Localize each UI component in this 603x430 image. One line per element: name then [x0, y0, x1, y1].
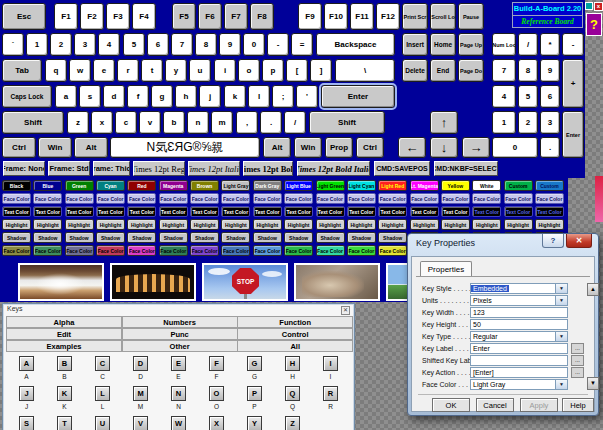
palette-face2-4[interactable]: Face Color: [127, 245, 156, 256]
key-6-22[interactable]: 6: [147, 33, 169, 56]
key-f5-5[interactable]: F5: [172, 3, 196, 30]
key-sym-86[interactable]: ↑: [430, 111, 458, 134]
key-alt-93[interactable]: Alt: [74, 137, 108, 158]
letter-button-u[interactable]: U: [95, 416, 110, 430]
key-f9-9[interactable]: F9: [298, 3, 322, 30]
palette-shadow-7[interactable]: Shadow: [221, 232, 250, 243]
palette-face2-5[interactable]: Face Color: [159, 245, 188, 256]
key-f6-6[interactable]: F6: [198, 3, 222, 30]
palette-text-color-12[interactable]: Text Color: [378, 206, 407, 217]
palette-text-color-7[interactable]: Text Color: [221, 206, 250, 217]
key-z-75[interactable]: z: [67, 111, 89, 134]
key-sym-16[interactable]: `: [2, 33, 24, 56]
chevron-down-icon[interactable]: ▼: [555, 284, 567, 293]
key-f1-1[interactable]: F1: [54, 3, 78, 30]
key-sym-36[interactable]: -: [562, 33, 584, 56]
key-page-up-32[interactable]: Page Up: [458, 33, 484, 56]
key-sym-50[interactable]: \: [335, 59, 395, 82]
scroll-up-button[interactable]: ▲: [587, 283, 599, 296]
more-button-7[interactable]: ...: [571, 367, 584, 378]
dialog-close-icon[interactable]: ✕: [566, 234, 592, 248]
palette-face-color-1[interactable]: Face Color: [33, 193, 62, 204]
keys-window-close-icon[interactable]: ✕: [341, 306, 350, 315]
palette-highlight-9[interactable]: Highlight: [284, 219, 313, 230]
letter-button-w[interactable]: W: [171, 416, 186, 430]
key-backspace-29[interactable]: Backspace: [316, 33, 395, 56]
palette-face-color-8[interactable]: Face Color: [253, 193, 282, 204]
palette-shadow-0[interactable]: Shadow: [2, 232, 31, 243]
key-sym-83[interactable]: .: [260, 111, 282, 134]
palette-text-color-6[interactable]: Text Color: [190, 206, 219, 217]
palette-highlight-2[interactable]: Highlight: [65, 219, 94, 230]
field-combo-8[interactable]: Light Gray▼: [470, 379, 568, 390]
key-sym-99[interactable]: ←: [398, 137, 426, 158]
thumbnail-stop-sign[interactable]: STOP: [202, 263, 288, 301]
letter-button-h[interactable]: H: [285, 356, 300, 371]
key-8-55[interactable]: 8: [518, 59, 538, 82]
palette-color-black-0[interactable]: Black: [2, 180, 31, 191]
palette-face-color-11[interactable]: Face Color: [347, 193, 376, 204]
palette-face-color-2[interactable]: Face Color: [65, 193, 94, 204]
key-8-24[interactable]: 8: [195, 33, 217, 56]
key-p-47[interactable]: p: [262, 59, 284, 82]
key-pause-15[interactable]: Pause: [458, 3, 484, 30]
thumbnail-cat[interactable]: [294, 263, 380, 301]
key-f2-2[interactable]: F2: [80, 3, 104, 30]
palette-shadow-9[interactable]: Shadow: [284, 232, 313, 243]
cancel-button[interactable]: Cancel: [476, 398, 514, 412]
palette-color-magenta-5[interactable]: Magenta: [159, 180, 188, 191]
palette-color-lt-magenta-13[interactable]: Lt. Magenta: [410, 180, 439, 191]
help-button[interactable]: Help: [562, 398, 594, 412]
palette-highlight-7[interactable]: Highlight: [221, 219, 250, 230]
palette-color-yellow-14[interactable]: Yellow: [441, 180, 470, 191]
key-sym-100[interactable]: ↓: [430, 137, 458, 158]
palette-face2-8[interactable]: Face Color: [253, 245, 282, 256]
key-c-77[interactable]: c: [115, 111, 137, 134]
key-s-60[interactable]: s: [79, 85, 101, 108]
letter-button-p[interactable]: P: [247, 386, 262, 401]
key-sym-28[interactable]: =: [291, 33, 313, 56]
key-f4-4[interactable]: F4: [132, 3, 156, 30]
ok-button[interactable]: OK: [432, 398, 470, 412]
palette-face-color-3[interactable]: Face Color: [96, 193, 125, 204]
category-control[interactable]: Control: [237, 328, 353, 340]
key-sym-49[interactable]: ]: [310, 59, 332, 82]
palette-color-dark-gray-8[interactable]: Dark Gray: [253, 180, 282, 191]
palette-text-color-2[interactable]: Text Color: [65, 206, 94, 217]
key-2-18[interactable]: 2: [50, 33, 72, 56]
letter-button-z[interactable]: Z: [285, 416, 300, 430]
key-d-61[interactable]: d: [103, 85, 125, 108]
palette-highlight-0[interactable]: Highlight: [2, 219, 31, 230]
toolbar-button-cmd-savepos[interactable]: CMD:SAVEPOS: [374, 161, 430, 176]
toolbar-button-times-12pt-bold-italic[interactable]: Times 12pt Bold Italic: [297, 161, 370, 176]
key-f12-12[interactable]: F12: [376, 3, 400, 30]
key-f3-3[interactable]: F3: [106, 3, 130, 30]
key-ctrl-91[interactable]: Ctrl: [2, 137, 36, 158]
key-j-65[interactable]: j: [199, 85, 221, 108]
key-9-56[interactable]: 9: [540, 59, 560, 82]
minimize-button[interactable]: [585, 2, 593, 10]
key-l-67[interactable]: l: [248, 85, 270, 108]
letter-button-q[interactable]: Q: [285, 386, 300, 401]
more-button-6[interactable]: ...: [571, 355, 584, 366]
toolbar-button-cmd-nkbf-select[interactable]: CMD:NKBF=SELECT: [434, 161, 498, 176]
palette-highlight-3[interactable]: Highlight: [96, 219, 125, 230]
palette-shadow-5[interactable]: Shadow: [159, 232, 188, 243]
palette-face-color-13[interactable]: Face Color: [410, 193, 439, 204]
key-4-71[interactable]: 4: [492, 85, 516, 108]
key-e-40[interactable]: e: [93, 59, 115, 82]
field-combo-0[interactable]: Embedded▼: [470, 283, 568, 294]
palette-face2-3[interactable]: Face Color: [96, 245, 125, 256]
key-2-88[interactable]: 2: [518, 111, 538, 134]
palette-shadow-2[interactable]: Shadow: [65, 232, 94, 243]
field-combo-4[interactable]: Regular▼: [470, 331, 568, 342]
palette-highlight-5[interactable]: Highlight: [159, 219, 188, 230]
letter-button-t[interactable]: T: [57, 416, 72, 430]
key-sym-103[interactable]: .: [540, 137, 560, 158]
letter-button-m[interactable]: M: [133, 386, 148, 401]
key-sym-82[interactable]: ,: [236, 111, 258, 134]
palette-highlight-8[interactable]: Highlight: [253, 219, 282, 230]
key-sym-48[interactable]: [: [286, 59, 308, 82]
key-x-76[interactable]: x: [91, 111, 113, 134]
palette-text-color-14[interactable]: Text Color: [441, 206, 470, 217]
